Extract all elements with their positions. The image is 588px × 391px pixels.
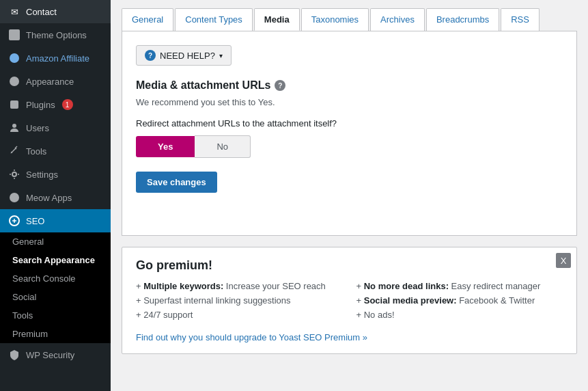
wp-security-icon [8, 349, 20, 361]
help-icon: ? [145, 50, 156, 61]
sidebar-item-users[interactable]: Users [0, 116, 111, 139]
premium-feature-4: + No more dead links: Easy redirect mana… [356, 281, 563, 291]
sidebar-item-wp-security[interactable]: WP Security [0, 343, 111, 366]
tab-media[interactable]: Media [254, 8, 300, 31]
tools-icon [8, 145, 20, 157]
users-icon [8, 122, 20, 134]
premium-upgrade-link[interactable]: Find out why you should upgrade to Yoast… [136, 332, 367, 342]
premium-cols: + Multiple keywords: Increase your SEO r… [136, 281, 563, 324]
sidebar-item-label: Meow Apps [26, 193, 72, 203]
premium-col-right: + No more dead links: Easy redirect mana… [356, 281, 563, 324]
seo-sub-label: General [12, 237, 44, 247]
premium-box: X Go premium! + Multiple keywords: Incre… [122, 247, 577, 354]
contact-icon: ✉ [8, 5, 20, 18]
sidebar-item-amazon[interactable]: Amazon Affiliate [0, 46, 111, 70]
sidebar-item-label: Appearance [26, 77, 74, 87]
premium-feature-6: + No ads! [356, 310, 563, 320]
tab-breadcrumbs[interactable]: Breadcrumbs [426, 8, 499, 31]
svg-rect-0 [9, 29, 20, 40]
sidebar: ✉ Contact Theme Options Amazon Affiliate… [0, 0, 111, 391]
sidebar-item-label: Settings [26, 170, 58, 180]
sidebar-item-label: Theme Options [26, 30, 87, 40]
sidebar-item-label: Tools [26, 146, 46, 157]
sidebar-item-tools[interactable]: Tools [0, 139, 111, 163]
seo-icon [8, 215, 20, 227]
seo-sub-search-appearance[interactable]: Search Appearance [0, 251, 111, 269]
sidebar-item-settings[interactable]: Settings [0, 163, 111, 186]
seo-sub-label: Tools [12, 310, 33, 321]
seo-sub-label: Search Console [12, 273, 76, 284]
svg-point-1 [10, 53, 19, 63]
seo-sub-label: Social [12, 292, 36, 302]
appearance-icon [8, 75, 20, 87]
section-title-text: Media & attachment URLs [136, 79, 270, 92]
plugins-badge: 1 [62, 99, 73, 110]
seo-label: SEO [26, 216, 44, 226]
sidebar-item-plugins[interactable]: Plugins 1 [0, 93, 111, 116]
svg-point-5 [10, 193, 19, 202]
media-panel: ? NEED HELP? ▾ Media & attachment URLs ?… [122, 31, 577, 236]
section-title: Media & attachment URLs ? [136, 79, 563, 92]
toggle-no-button[interactable]: No [195, 135, 251, 158]
toggle-wrap: Yes No [136, 135, 563, 158]
premium-feature-1: + Multiple keywords: Increase your SEO r… [136, 281, 343, 291]
seo-sub-social[interactable]: Social [0, 288, 111, 306]
tab-archives[interactable]: Archives [370, 8, 425, 31]
chevron-down-icon: ▾ [219, 52, 223, 59]
settings-icon [8, 168, 20, 180]
sidebar-item-theme-options[interactable]: Theme Options [0, 23, 111, 46]
premium-close-button[interactable]: X [556, 253, 571, 268]
seo-section: SEO General Search Appearance Search Con… [0, 209, 111, 343]
premium-title: Go premium! [136, 258, 563, 273]
seo-sub-label: Premium [12, 329, 48, 339]
sidebar-item-label: Amazon Affiliate [26, 53, 89, 64]
tab-general[interactable]: General [122, 8, 173, 31]
sidebar-item-contact[interactable]: ✉ Contact [0, 0, 111, 23]
seo-sub-general[interactable]: General [0, 232, 111, 251]
need-help-button[interactable]: ? NEED HELP? ▾ [136, 45, 232, 66]
seo-sub-search-console[interactable]: Search Console [0, 269, 111, 288]
main-content: General Content Types Media Taxonomies A… [111, 0, 588, 391]
sidebar-item-meow-apps[interactable]: Meow Apps [0, 186, 111, 209]
seo-sub-label: Search Appearance [12, 255, 95, 265]
tab-content-types[interactable]: Content Types [175, 8, 253, 31]
need-help-label: NEED HELP? [160, 51, 215, 61]
meow-icon [8, 191, 20, 204]
section-desc: We recommend you set this to Yes. [136, 97, 563, 107]
info-icon[interactable]: ? [275, 80, 285, 91]
sidebar-item-label: Contact [26, 7, 57, 17]
tab-rss[interactable]: RSS [501, 8, 540, 31]
theme-icon [8, 29, 20, 41]
sidebar-item-label: Plugins [26, 100, 55, 110]
premium-feature-2: + Superfast internal linking suggestions [136, 295, 343, 306]
content-area: General Content Types Media Taxonomies A… [111, 0, 588, 365]
seo-sub-premium[interactable]: Premium [0, 325, 111, 343]
sidebar-item-appearance[interactable]: Appearance [0, 70, 111, 93]
svg-rect-2 [10, 100, 18, 109]
toggle-yes-button[interactable]: Yes [136, 136, 195, 157]
plugins-icon [8, 98, 20, 111]
premium-col-left: + Multiple keywords: Increase your SEO r… [136, 281, 343, 324]
premium-feature-5: + Social media preview: Facebook & Twitt… [356, 295, 563, 306]
tabs-bar: General Content Types Media Taxonomies A… [122, 0, 577, 31]
svg-point-3 [12, 124, 16, 128]
seo-header[interactable]: SEO [0, 209, 111, 232]
sidebar-item-label: WP Security [26, 350, 74, 360]
premium-feature-3: + 24/7 support [136, 310, 343, 320]
amazon-icon [8, 52, 20, 64]
tab-taxonomies[interactable]: Taxonomies [301, 8, 369, 31]
save-changes-button[interactable]: Save changes [136, 172, 217, 193]
seo-sub-tools[interactable]: Tools [0, 306, 111, 325]
sidebar-item-label: Users [26, 123, 49, 133]
field-label: Redirect attachment URLs to the attachme… [136, 118, 563, 129]
svg-point-4 [12, 172, 16, 176]
